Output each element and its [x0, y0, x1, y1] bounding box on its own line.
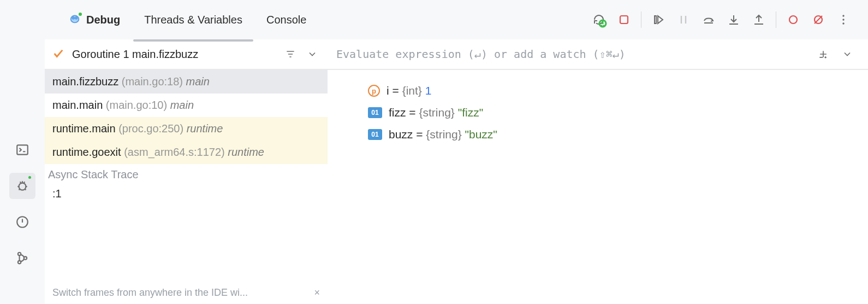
string-badge-icon: 01: [368, 107, 382, 118]
param-badge-icon: p: [368, 85, 380, 97]
stop-icon[interactable]: [613, 8, 635, 31]
problems-tool-icon[interactable]: [9, 209, 35, 235]
frames-panel: main.fizzbuzz (main.go:18) main main.mai…: [45, 70, 328, 304]
tab-console-label: Console: [266, 14, 306, 26]
rerun-icon[interactable]: [587, 8, 610, 31]
add-watch-icon[interactable]: [813, 44, 833, 64]
async-stack-header: Async Stack Trace: [45, 164, 328, 183]
watch-placeholder: Evaluate expression (↵) or add a watch (…: [336, 48, 626, 61]
dropdown-icon[interactable]: [302, 44, 322, 64]
evaluate-expression-input[interactable]: Evaluate expression (↵) or add a watch (…: [328, 39, 868, 69]
variable-row[interactable]: 01 fizz = {string} "fizz": [368, 102, 868, 124]
variable-row[interactable]: 01 buzz = {string} "buzz": [368, 124, 868, 145]
filter-icon[interactable]: [281, 44, 300, 64]
tab-debug[interactable]: Debug: [64, 0, 131, 39]
svg-point-6: [71, 15, 79, 22]
terminal-tool-icon[interactable]: [9, 137, 35, 163]
debug-tool-icon[interactable]: [9, 173, 35, 199]
tab-threads-variables[interactable]: Threads & Variables: [133, 0, 253, 39]
step-over-icon[interactable]: [697, 8, 720, 31]
tab-debug-label: Debug: [86, 14, 120, 26]
tab-console[interactable]: Console: [255, 0, 317, 39]
resume-icon[interactable]: [647, 8, 670, 31]
svg-point-17: [842, 19, 844, 20]
hint-banner: Switch frames from anywhere in the IDE w…: [52, 287, 320, 299]
close-icon[interactable]: ×: [314, 287, 320, 299]
svg-point-9: [73, 17, 74, 18]
svg-point-16: [842, 15, 844, 16]
mute-breakpoints-icon[interactable]: [807, 8, 830, 31]
variables-panel: p i = {int} 1 01 fizz = {string} "fizz" …: [328, 70, 868, 304]
step-out-icon[interactable]: [747, 8, 770, 31]
svg-rect-13: [655, 16, 656, 24]
svg-point-10: [76, 17, 76, 18]
svg-point-3: [18, 253, 21, 255]
checkmark-icon: [52, 48, 64, 61]
watch-dropdown-icon[interactable]: [837, 44, 857, 64]
svg-point-5: [24, 256, 27, 259]
svg-rect-0: [17, 145, 28, 154]
step-into-icon[interactable]: [722, 8, 745, 31]
svg-point-18: [842, 22, 844, 24]
stack-frame[interactable]: runtime.main (proc.go:250) runtime: [45, 117, 328, 141]
stack-frame[interactable]: main.main (main.go:10) main: [45, 93, 328, 117]
stack-frame[interactable]: main.fizzbuzz (main.go:18) main: [45, 70, 328, 93]
goroutine-selector[interactable]: Goroutine 1 main.fizzbuzz: [45, 39, 328, 69]
vcs-tool-icon[interactable]: [9, 245, 35, 271]
goroutine-label: Goroutine 1 main.fizzbuzz: [72, 48, 198, 61]
svg-point-4: [18, 261, 21, 264]
svg-rect-12: [620, 16, 628, 24]
svg-point-14: [789, 16, 797, 24]
variable-row[interactable]: p i = {int} 1: [368, 80, 868, 102]
string-badge-icon: 01: [368, 129, 382, 140]
view-breakpoints-icon[interactable]: [782, 8, 805, 31]
pause-icon[interactable]: [672, 8, 695, 31]
gopher-icon: [69, 13, 81, 27]
stack-frame[interactable]: runtime.goexit (asm_arm64.s:1172) runtim…: [45, 141, 328, 164]
more-actions-icon[interactable]: [832, 8, 855, 31]
tab-threads-label: Threads & Variables: [144, 14, 242, 26]
async-stack-row[interactable]: :1: [45, 183, 328, 204]
